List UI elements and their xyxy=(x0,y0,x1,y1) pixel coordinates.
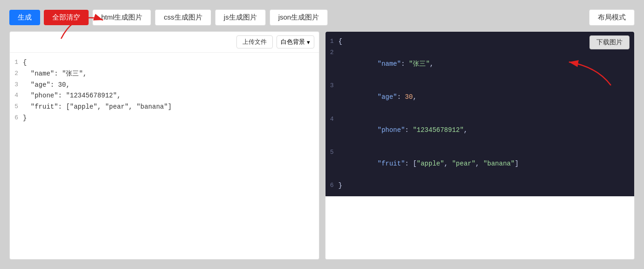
preview-line-content: "fruit": ["apple", "pear", "banana"] xyxy=(339,147,597,180)
clear-all-button[interactable]: 全部清空 xyxy=(44,10,89,25)
preview-white-area xyxy=(325,196,635,259)
preview-line-content: "phone": "12345678912", xyxy=(339,114,597,147)
preview-line-content: "age": 30, xyxy=(339,81,597,114)
preview-line-5: 5 "fruit": ["apple", "pear", "banana"] xyxy=(325,147,635,180)
line-content: "age": 30, xyxy=(23,80,319,91)
preview-line-number: 1 xyxy=(325,36,339,48)
preview-line-content: { xyxy=(339,36,597,48)
json-gen-button[interactable]: json生成图片 xyxy=(270,9,328,26)
layout-mode-button[interactable]: 布局模式 xyxy=(589,9,635,26)
line-content: { xyxy=(23,57,319,69)
css-gen-button[interactable]: css生成图片 xyxy=(155,9,211,26)
preview-line-6: 6 } xyxy=(325,180,635,192)
generate-button[interactable]: 生成 xyxy=(9,10,40,25)
bg-color-label: 白色背景 xyxy=(281,38,305,46)
preview-line-number: 6 xyxy=(325,180,339,192)
preview-dark-area: 下载图片 1 { 2 "name": "张三", 3 "age": 30, xyxy=(325,32,635,196)
js-gen-button[interactable]: js生成图片 xyxy=(215,9,266,26)
bg-color-select[interactable]: 白色背景 ▾ xyxy=(277,35,314,48)
line-number: 3 xyxy=(10,80,23,91)
editor-line-6: 6 } xyxy=(10,113,319,124)
editor-code-area[interactable]: 1 { 2 "name": "张三", 3 "age": 30, 4 "phon… xyxy=(10,53,319,259)
editor-line-5: 5 "fruit": ["apple", "pear", "banana"] xyxy=(10,102,319,113)
preview-line-content: "name": "张三", xyxy=(339,48,597,81)
preview-line-4: 4 "phone": "12345678912", xyxy=(325,114,635,147)
line-number: 1 xyxy=(10,57,23,69)
editor-line-1: 1 { xyxy=(10,57,319,69)
preview-line-number: 4 xyxy=(325,114,339,147)
main-content: 上传文件 白色背景 ▾ 1 { 2 "name": "张三", 3 "age":… xyxy=(9,31,635,260)
editor-line-4: 4 "phone": "12345678912", xyxy=(10,90,319,102)
line-number: 2 xyxy=(10,69,23,80)
html-gen-button[interactable]: html生成图片 xyxy=(92,9,151,26)
toolbar: 生成 全部清空 html生成图片 css生成图片 js生成图片 json生成图片… xyxy=(9,9,635,26)
line-content: "fruit": ["apple", "pear", "banana"] xyxy=(23,102,319,113)
editor-panel: 上传文件 白色背景 ▾ 1 { 2 "name": "张三", 3 "age":… xyxy=(9,31,319,260)
line-number: 6 xyxy=(10,113,23,124)
line-content: "phone": "12345678912", xyxy=(23,90,319,102)
download-image-button[interactable]: 下载图片 xyxy=(589,35,630,49)
preview-line-number: 2 xyxy=(325,48,339,81)
chevron-down-icon: ▾ xyxy=(307,39,310,46)
preview-line-3: 3 "age": 30, xyxy=(325,81,635,114)
preview-line-number: 3 xyxy=(325,81,339,114)
preview-line-2: 2 "name": "张三", xyxy=(325,48,635,81)
line-content: } xyxy=(23,113,319,124)
preview-panel: 下载图片 1 { 2 "name": "张三", 3 "age": 30, xyxy=(325,31,635,260)
download-btn-wrap: 下载图片 xyxy=(589,35,630,49)
line-number: 5 xyxy=(10,102,23,113)
editor-toolbar: 上传文件 白色背景 ▾ xyxy=(10,32,319,53)
upload-file-button[interactable]: 上传文件 xyxy=(236,35,273,48)
editor-line-2: 2 "name": "张三", xyxy=(10,69,319,80)
line-number: 4 xyxy=(10,90,23,102)
editor-line-3: 3 "age": 30, xyxy=(10,80,319,91)
preview-line-1: 1 { xyxy=(325,36,635,48)
line-content: "name": "张三", xyxy=(23,69,319,80)
preview-line-content: } xyxy=(339,180,597,192)
preview-line-number: 5 xyxy=(325,147,339,180)
